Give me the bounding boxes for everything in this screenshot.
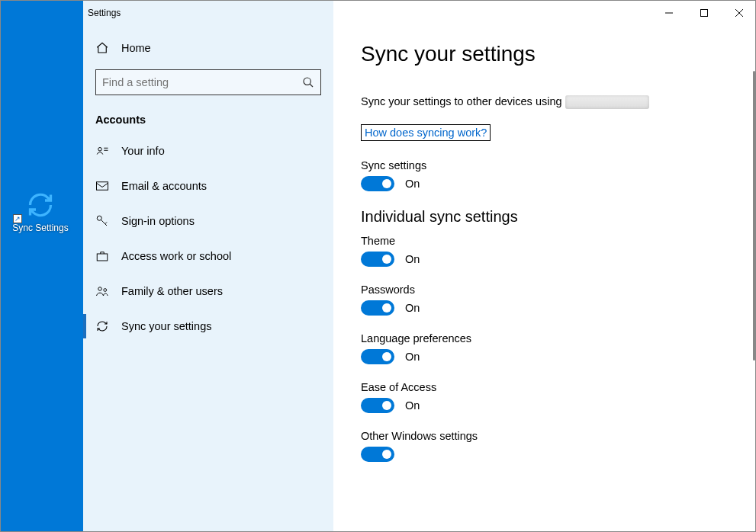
svg-rect-1 bbox=[701, 10, 708, 17]
titlebar: Settings bbox=[83, 1, 756, 25]
sidebar-item-label: Family & other users bbox=[121, 285, 223, 297]
sidebar-item-label: Access work or school bbox=[121, 250, 231, 262]
sidebar-item-signin-options[interactable]: Sign-in options bbox=[83, 204, 333, 239]
maximize-button[interactable] bbox=[687, 1, 722, 25]
account-redacted bbox=[565, 95, 649, 109]
toggle-state: On bbox=[405, 178, 420, 190]
desktop: ↗ Sync Settings bbox=[1, 1, 83, 531]
toggle-sync-settings[interactable] bbox=[361, 176, 394, 191]
svg-point-10 bbox=[97, 216, 101, 220]
main-pane: Sync your settings Sync your settings to… bbox=[333, 25, 756, 532]
setting-label: Ease of Access bbox=[361, 381, 723, 393]
svg-point-4 bbox=[304, 78, 310, 85]
sync-description: Sync your settings to other devices usin… bbox=[361, 95, 723, 109]
key-icon bbox=[95, 214, 109, 228]
setting-label: Theme bbox=[361, 235, 723, 247]
svg-point-6 bbox=[98, 148, 102, 152]
sidebar-item-family-users[interactable]: Family & other users bbox=[83, 274, 333, 309]
toggle-state: On bbox=[405, 399, 420, 412]
sidebar-item-label: Email & accounts bbox=[121, 180, 207, 192]
close-button[interactable] bbox=[722, 1, 756, 25]
sync-icon bbox=[27, 191, 54, 219]
svg-rect-11 bbox=[97, 254, 108, 261]
setting-label: Passwords bbox=[361, 284, 723, 296]
settings-window: Settings Home bbox=[83, 1, 756, 532]
scrollbar[interactable] bbox=[753, 71, 755, 361]
sidebar-item-label: Your info bbox=[121, 145, 165, 157]
toggle-state: On bbox=[405, 351, 420, 363]
minimize-button[interactable] bbox=[651, 1, 687, 25]
briefcase-icon bbox=[95, 249, 109, 263]
setting-label: Language preferences bbox=[361, 332, 723, 345]
shortcut-arrow-icon: ↗ bbox=[13, 214, 22, 223]
svg-rect-9 bbox=[97, 182, 108, 191]
svg-line-5 bbox=[310, 84, 313, 87]
toggle-ease-of-access[interactable] bbox=[361, 398, 394, 413]
sidebar-item-sync-settings[interactable]: Sync your settings bbox=[83, 309, 333, 344]
toggle-state: On bbox=[405, 302, 420, 314]
toggle-other-windows[interactable] bbox=[361, 447, 394, 462]
setting-label: Other Windows settings bbox=[361, 430, 723, 442]
search-input[interactable] bbox=[95, 69, 321, 95]
sidebar: Home Accounts Your info Email & accounts bbox=[83, 25, 333, 532]
desktop-shortcut-sync-settings[interactable]: ↗ Sync Settings bbox=[10, 191, 71, 233]
search-icon bbox=[302, 76, 314, 88]
svg-point-12 bbox=[98, 287, 102, 291]
sidebar-item-email-accounts[interactable]: Email & accounts bbox=[83, 168, 333, 204]
close-icon bbox=[735, 9, 743, 17]
toggle-theme[interactable] bbox=[361, 252, 394, 267]
mail-icon bbox=[95, 179, 109, 193]
individual-sync-header: Individual sync settings bbox=[361, 208, 723, 226]
sidebar-home[interactable]: Home bbox=[83, 31, 333, 65]
sync-icon bbox=[95, 319, 109, 333]
sidebar-item-label: Sync your settings bbox=[121, 320, 211, 332]
sidebar-item-your-info[interactable]: Your info bbox=[83, 133, 333, 168]
maximize-icon bbox=[700, 9, 708, 17]
home-icon bbox=[95, 41, 109, 55]
window-title: Settings bbox=[88, 8, 121, 18]
page-title: Sync your settings bbox=[361, 42, 723, 66]
minimize-icon bbox=[665, 9, 673, 17]
svg-point-13 bbox=[104, 289, 107, 292]
sidebar-home-label: Home bbox=[121, 42, 151, 54]
toggle-state: On bbox=[405, 253, 420, 265]
help-link-syncing[interactable]: How does syncing work? bbox=[361, 124, 491, 141]
user-card-icon bbox=[95, 144, 109, 158]
sync-settings-label: Sync settings bbox=[361, 159, 723, 171]
toggle-passwords[interactable] bbox=[361, 300, 394, 316]
toggle-language[interactable] bbox=[361, 349, 394, 364]
sidebar-item-access-work-school[interactable]: Access work or school bbox=[83, 239, 333, 274]
desktop-shortcut-label: Sync Settings bbox=[10, 223, 71, 233]
search-field[interactable] bbox=[102, 76, 298, 88]
people-icon bbox=[95, 284, 109, 298]
scroll-region[interactable]: Sync your settings Sync your settings to… bbox=[333, 25, 751, 532]
sidebar-item-label: Sign-in options bbox=[121, 215, 195, 227]
sidebar-section-header: Accounts bbox=[83, 103, 333, 133]
